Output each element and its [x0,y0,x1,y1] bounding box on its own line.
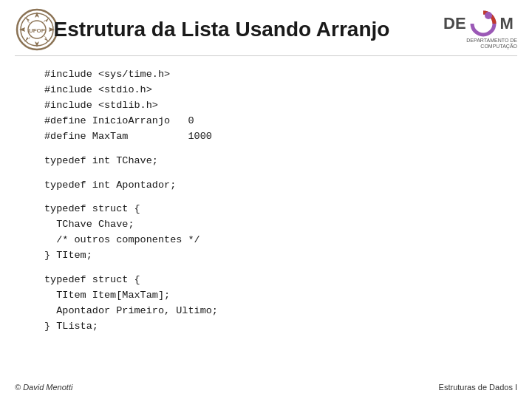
code-line: #define MaxTam 1000 [44,129,488,145]
code-line: typedef int TChave; [44,154,488,169]
code-line: /* outros componentes */ [44,233,488,248]
decom-m-text: M [500,14,514,33]
title-area: Estrutura da Lista Usando Arranjo [59,18,443,41]
code-line: #include <stdio.h> [44,83,488,98]
typedef-tchave-section: typedef int TChave; [44,154,488,169]
typedef-tlista-section: typedef struct { TItem Item[MaxTam]; Apo… [44,273,488,335]
code-line: #include <sys/time.h> [44,67,488,83]
code-line: TItem Item[MaxTam]; [44,288,488,304]
main-content: #include <sys/time.h> #include <stdio.h>… [0,56,532,351]
code-line: typedef int Apontador; [44,178,488,194]
includes-section: #include <sys/time.h> #include <stdio.h>… [44,67,488,145]
decom-text: DE [443,14,466,33]
code-line: TChave Chave; [44,217,488,233]
header: UFOP Estrutura da Lista Usando Arranjo D… [0,0,532,55]
code-line: #define InicioArranjo 0 [44,114,488,129]
code-line: Apontador Primeiro, Ultimo; [44,304,488,319]
slide: UFOP Estrutura da Lista Usando Arranjo D… [0,0,532,399]
slide-title: Estrutura da Lista Usando Arranjo [0,18,443,41]
code-line: #include <stdlib.h> [44,98,488,114]
decom-logo-icon: DE M DEPARTAMENTO DE COMPUTAÇÃO [443,10,517,50]
svg-marker-2 [35,12,39,18]
code-line: } TLista; [44,319,488,335]
code-line: } TItem; [44,248,488,264]
typedef-titem-section: typedef struct { TChave Chave; /* outros… [44,202,488,264]
code-line: typedef struct { [44,273,488,288]
footer: © David Menotti Estruturas de Dados I [0,383,532,392]
code-block: #include <sys/time.h> #include <stdio.h>… [44,67,488,335]
typedef-apontador-section: typedef int Apontador; [44,178,488,194]
code-line: typedef struct { [44,202,488,217]
decom-circle-icon [469,10,497,38]
footer-course: Estruturas de Dados I [439,383,517,392]
footer-author: © David Menotti [15,383,72,392]
decom-subtitle: DEPARTAMENTO DE COMPUTAÇÃO [443,38,517,50]
svg-point-12 [485,12,492,19]
svg-marker-6 [35,41,39,47]
